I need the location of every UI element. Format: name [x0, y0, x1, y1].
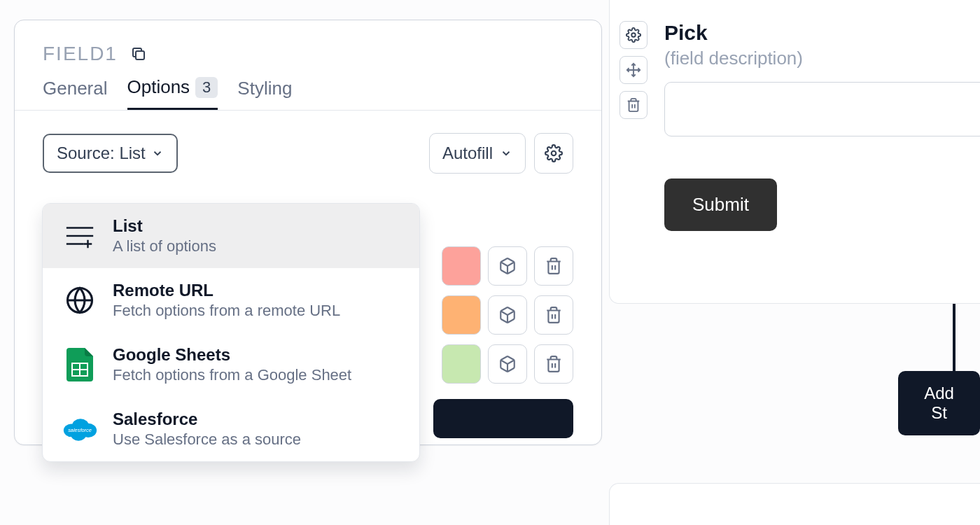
next-step-card [609, 483, 980, 525]
field-name-label: FIELD1 [43, 43, 118, 65]
google-sheets-icon [62, 347, 97, 382]
option-delete-button[interactable] [534, 246, 573, 286]
preview-field-desc: (field description) [664, 48, 980, 69]
chevron-down-icon [151, 147, 164, 160]
source-option-desc: Fetch options from a Google Sheet [113, 366, 351, 384]
option-delete-button[interactable] [534, 344, 573, 384]
source-option-title: Salesforce [113, 410, 301, 429]
copy-icon[interactable] [130, 46, 147, 62]
autofill-label: Autofill [442, 144, 493, 163]
svg-text:salesforce: salesforce [68, 427, 92, 433]
source-option-title: Remote URL [113, 281, 340, 300]
edit-controls [620, 21, 648, 119]
source-dropdown-menu: List A list of options Remote URL Fetch … [42, 203, 420, 462]
source-dropdown-label: Source: List [57, 144, 146, 163]
source-option-title: Google Sheets [113, 345, 351, 365]
source-dropdown[interactable]: Source: List [43, 134, 178, 173]
option-row [442, 295, 573, 335]
chevron-down-icon [500, 147, 512, 160]
options-settings-button[interactable] [534, 133, 573, 174]
color-swatch[interactable] [442, 295, 481, 335]
right-area: Pick (field description) Submit Add St [609, 0, 980, 525]
move-icon [626, 62, 641, 78]
option-rows [442, 246, 573, 384]
option-row [442, 344, 573, 384]
list-icon [62, 218, 97, 253]
field-header: FIELD1 [15, 20, 601, 76]
color-swatch[interactable] [442, 246, 481, 286]
tab-general[interactable]: General [43, 76, 108, 110]
salesforce-icon: salesforce [62, 412, 97, 447]
preview-field-title: Pick [664, 21, 980, 45]
source-option-list[interactable]: List A list of options [43, 204, 419, 268]
field-delete-button[interactable] [620, 91, 648, 119]
options-count-badge: 3 [195, 77, 218, 98]
svg-rect-0 [136, 51, 144, 59]
package-icon [498, 257, 517, 275]
options-toolbar: Source: List Autofill [15, 111, 601, 174]
field-settings-button[interactable] [620, 21, 648, 49]
trash-icon [545, 257, 563, 275]
option-package-button[interactable] [488, 246, 527, 286]
preview-select-input[interactable] [664, 82, 980, 136]
trash-icon [545, 306, 563, 324]
autofill-dropdown[interactable]: Autofill [429, 133, 526, 174]
tab-options-label: Options [127, 76, 190, 98]
source-option-remote-url[interactable]: Remote URL Fetch options from a remote U… [43, 268, 419, 332]
tab-options[interactable]: Options 3 [127, 76, 218, 110]
tab-styling[interactable]: Styling [237, 76, 292, 110]
source-option-desc: Fetch options from a remote URL [113, 302, 340, 320]
source-option-desc: Use Salesforce as a source [113, 430, 301, 449]
trash-icon [626, 97, 641, 113]
package-icon [498, 306, 517, 324]
source-option-google-sheets[interactable]: Google Sheets Fetch options from a Googl… [43, 332, 419, 397]
preview-card: Pick (field description) Submit [609, 0, 980, 304]
svg-point-1 [552, 151, 556, 156]
preview-content: Pick (field description) Submit [664, 21, 980, 231]
add-step-button[interactable]: Add St [898, 371, 980, 435]
gear-icon [545, 144, 563, 162]
add-option-button[interactable] [433, 399, 573, 438]
trash-icon [545, 355, 563, 373]
source-option-title: List [113, 216, 216, 236]
field-move-button[interactable] [620, 56, 648, 84]
submit-button[interactable]: Submit [664, 178, 777, 231]
tabs: General Options 3 Styling [15, 76, 601, 111]
package-icon [498, 355, 517, 373]
option-package-button[interactable] [488, 344, 527, 384]
connector-line [953, 304, 955, 372]
svg-point-17 [631, 33, 636, 37]
source-option-salesforce[interactable]: salesforce Salesforce Use Salesforce as … [43, 397, 419, 461]
option-delete-button[interactable] [534, 295, 573, 335]
globe-icon [62, 283, 97, 318]
source-option-desc: A list of options [113, 237, 216, 255]
gear-icon [626, 27, 641, 43]
color-swatch[interactable] [442, 344, 481, 384]
option-package-button[interactable] [488, 295, 527, 335]
toolbar-right: Autofill [429, 133, 573, 174]
option-row [442, 246, 573, 286]
